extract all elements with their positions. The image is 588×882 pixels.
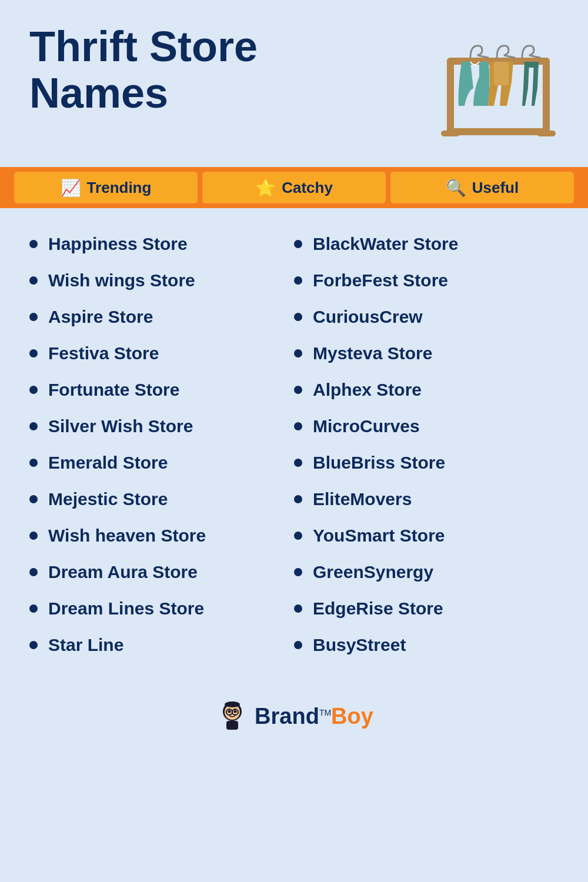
page-wrapper: Thrift Store Names [0,0,588,882]
tab-bar: 📈 Trending ⭐ Catchy 🔍 Useful [0,167,588,208]
tab-bar-left [0,167,12,208]
bullet-icon [294,459,302,467]
bullet-icon [29,532,38,540]
svg-rect-5 [537,131,556,136]
catchy-icon: ⭐ [255,178,276,198]
names-section: Happiness Store Wish wings Store Aspire … [0,208,588,687]
list-item: ForbeFest Store [294,262,559,299]
svg-rect-7 [524,62,539,68]
list-item: GreenSynergy [294,554,559,590]
brand-text: Brand [255,704,319,729]
list-item: EdgeRise Store [294,590,559,627]
list-item: Fortunate Store [29,372,294,408]
bullet-icon [29,495,38,503]
list-item: Dream Lines Store [29,590,294,627]
list-item: Dream Aura Store [29,554,294,590]
list-item: Emerald Store [29,445,294,481]
list-item: Happiness Store [29,226,294,262]
names-grid: Happiness Store Wish wings Store Aspire … [29,226,559,663]
svg-point-14 [228,710,231,713]
bullet-icon [29,386,38,394]
bullet-icon [29,641,38,649]
bullet-icon [294,641,302,649]
bullet-icon [294,349,302,358]
footer: BrandTMBoy [0,687,588,757]
list-item: EliteMovers [294,481,559,517]
list-item: BlackWater Store [294,226,559,262]
bullet-icon [294,386,302,394]
list-item: Aspire Store [29,299,294,335]
trending-icon: 📈 [61,178,81,198]
bullet-icon [294,495,302,503]
boy-text: TMBoy [319,704,373,729]
bullet-icon [29,349,38,358]
tab-trending[interactable]: 📈 Trending [14,172,198,203]
svg-point-10 [225,701,240,707]
list-item: Wish wings Store [29,262,294,299]
bullet-icon [294,422,302,430]
tab-catchy[interactable]: ⭐ Catchy [202,172,386,203]
svg-rect-4 [441,131,460,136]
bullet-icon [294,313,302,321]
bullet-icon [29,240,38,248]
svg-rect-2 [543,58,550,134]
brandboy-logo: BrandTMBoy [215,699,373,734]
svg-rect-1 [447,58,454,134]
list-item: MicroCurves [294,408,559,445]
list-item: BlueBriss Store [294,445,559,481]
tab-useful-label: Useful [472,179,519,197]
bullet-icon [294,240,302,248]
list-item: Silver Wish Store [29,408,294,445]
bullet-icon [29,568,38,576]
tab-catchy-label: Catchy [282,179,333,197]
tab-useful[interactable]: 🔍 Useful [390,172,574,203]
bullet-icon [294,604,302,613]
bullet-icon [29,422,38,430]
bullet-icon [29,276,38,285]
brandboy-text: BrandTMBoy [255,704,373,729]
list-item: Mejestic Store [29,481,294,517]
page-title: Thrift Store Names [29,24,394,116]
bullet-icon [294,276,302,285]
bullet-icon [29,604,38,613]
bullet-icon [29,459,38,467]
list-item: Star Line [29,627,294,663]
list-item: Mysteva Store [294,335,559,372]
right-column: BlackWater Store ForbeFest Store Curious… [294,226,559,663]
list-item: YouSmart Store [294,517,559,554]
header: Thrift Store Names [0,0,588,167]
tm-text: TM [319,708,331,717]
clothing-rack-illustration [435,29,559,155]
bullet-icon [29,313,38,321]
svg-rect-17 [226,721,238,730]
svg-rect-6 [494,62,509,85]
useful-icon: 🔍 [446,178,466,198]
tab-bar-right [576,167,588,208]
left-column: Happiness Store Wish wings Store Aspire … [29,226,294,663]
list-item: Festiva Store [29,335,294,372]
list-item: BusyStreet [294,627,559,663]
svg-point-15 [234,710,237,713]
list-item: Wish heaven Store [29,517,294,554]
svg-rect-3 [447,128,550,135]
bullet-icon [294,532,302,540]
bullet-icon [294,568,302,576]
list-item: Alphex Store [294,372,559,408]
tab-trending-label: Trending [87,179,152,197]
list-item: CuriousCrew [294,299,559,335]
